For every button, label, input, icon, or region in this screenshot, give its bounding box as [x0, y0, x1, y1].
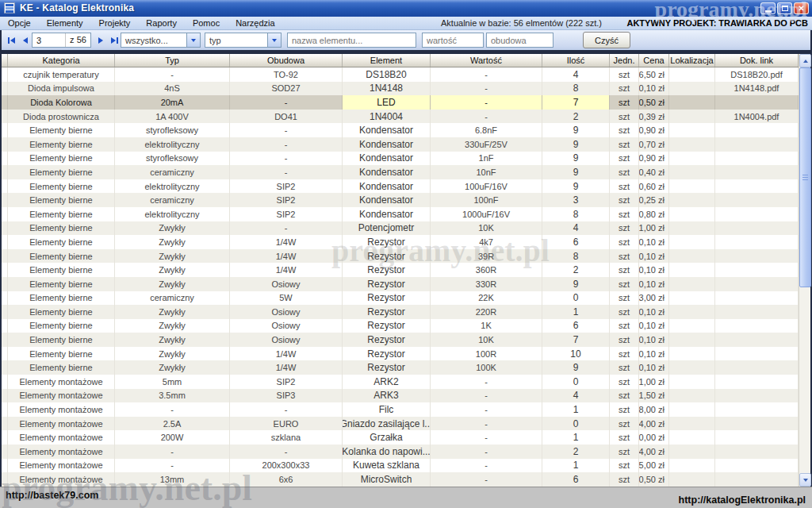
cell-element[interactable]: Rezystor [343, 347, 431, 361]
cell-wartosc[interactable]: - [431, 67, 542, 82]
cell-typ[interactable]: styrofleksowy [115, 152, 230, 166]
cell-ilosc[interactable]: 0 [542, 375, 610, 389]
cell-element[interactable]: Rezystor [343, 305, 431, 319]
table-row[interactable]: Elementy bierneelektrolityczny-Kondensat… [2, 137, 799, 152]
cell-dok[interactable] [715, 152, 799, 166]
cell-element[interactable]: Rezystor [343, 333, 431, 347]
cell-wartosc[interactable]: 10nF [431, 165, 542, 179]
cell-ilosc[interactable]: 7 [542, 333, 610, 347]
cell-jedn[interactable]: szt [610, 110, 639, 124]
cell-typ[interactable]: Zwykły [115, 347, 230, 361]
cell-lokalizacja[interactable] [669, 333, 715, 347]
cell-typ[interactable]: Zwykły [115, 221, 230, 236]
cell-ilosc[interactable]: 8 [542, 249, 610, 264]
cell-lokalizacja[interactable] [669, 95, 715, 110]
cell-jedn[interactable]: szt [610, 417, 639, 431]
cell-lokalizacja[interactable] [669, 137, 715, 152]
cell-wartosc[interactable]: 6.8nF [431, 123, 542, 137]
cell-dok[interactable] [715, 360, 799, 375]
cell-obudowa[interactable]: szklana [230, 430, 343, 444]
cell-typ[interactable]: ceramiczny [115, 291, 230, 306]
cell-ilosc[interactable]: 1 [542, 459, 610, 473]
table-row[interactable]: Elementy bierneZwykły1/4WRezystor100R10s… [2, 347, 799, 361]
cell-kategoria[interactable]: Elementy bierne [8, 221, 115, 236]
cell-cena[interactable]: 0,39 zł [639, 110, 669, 124]
table-row[interactable]: Elementy bierneZwykły1/4WRezystor100K9sz… [2, 360, 799, 375]
cell-lokalizacja[interactable] [669, 221, 715, 236]
cell-ilosc[interactable]: 6 [542, 472, 610, 487]
cell-obudowa[interactable]: SIP2 [230, 193, 343, 207]
table-row[interactable]: Elementy bierneceramiczny5WRezystor22K0s… [2, 291, 799, 306]
table-row[interactable]: Elementy montażowe--Kolanka do napowi...… [2, 444, 799, 459]
cell-cena[interactable]: 0,10 zł [639, 347, 669, 361]
cell-element[interactable]: Rezystor [343, 249, 431, 264]
cell-element[interactable]: Kondensator [343, 165, 431, 179]
cell-lokalizacja[interactable] [669, 179, 715, 194]
cell-ilosc[interactable]: 1 [542, 402, 610, 417]
cell-element[interactable]: Kondensator [343, 207, 431, 221]
cell-obudowa[interactable]: Osiowy [230, 305, 343, 319]
column-header-ilosc[interactable]: Ilość [542, 54, 610, 67]
cell-cena[interactable]: 0,10 zł [639, 263, 669, 277]
cell-element[interactable]: Rezystor [343, 360, 431, 375]
table-row[interactable]: Elementy bierneelektrolitycznySIP2Konden… [2, 179, 799, 194]
table-row[interactable]: Elementy biernestyrofleksowy-Kondensator… [2, 152, 799, 166]
column-header-lokalizacja[interactable]: Lokalizacja [669, 54, 715, 67]
cell-kategoria[interactable]: czujnik temperatury [8, 67, 115, 82]
cell-element[interactable]: Kondensator [343, 152, 431, 166]
cell-lokalizacja[interactable] [669, 305, 715, 319]
cell-obudowa[interactable]: - [230, 152, 343, 166]
column-header-cena[interactable]: Cena [639, 54, 669, 67]
cell-obudowa[interactable]: EURO [230, 417, 343, 431]
table-row[interactable]: czujnik temperatury-TO-92DS18B20-4szt6,5… [2, 67, 799, 82]
cell-ilosc[interactable]: 4 [542, 67, 610, 82]
cell-jedn[interactable]: szt [610, 360, 639, 375]
cell-lokalizacja[interactable] [669, 82, 715, 96]
cell-jedn[interactable]: szt [610, 347, 639, 361]
cell-obudowa[interactable]: 1/4W [230, 347, 343, 361]
cell-wartosc[interactable]: 4k7 [431, 235, 542, 249]
cell-element[interactable]: Kondensator [343, 179, 431, 194]
cell-wartosc[interactable]: 10K [431, 221, 542, 236]
cell-kategoria[interactable]: Elementy montażowe [8, 444, 115, 459]
cell-jedn[interactable]: szt [610, 152, 639, 166]
value-search-input[interactable] [422, 33, 484, 48]
cell-element[interactable]: MicroSwitch [343, 472, 431, 487]
cell-element[interactable]: 1N4148 [343, 82, 431, 96]
cell-dok[interactable]: 1N4004.pdf [715, 110, 799, 124]
cell-jedn[interactable]: szt [610, 249, 639, 264]
restore-button[interactable] [777, 2, 792, 14]
cell-element[interactable]: Kondensator [343, 137, 431, 152]
cell-kategoria[interactable]: Elementy montażowe [8, 375, 115, 389]
cell-ilosc[interactable]: 6 [542, 319, 610, 333]
cell-wartosc[interactable]: 10K [431, 333, 542, 347]
cell-dok[interactable] [715, 375, 799, 389]
cell-lokalizacja[interactable] [669, 67, 715, 82]
cell-cena[interactable]: 4,00 zł [639, 417, 669, 431]
table-row[interactable]: Dioda Kolorowa20mA-LED-7szt0,50 zł [2, 95, 799, 110]
cell-dok[interactable]: 1N4148.pdf [715, 82, 799, 96]
cell-jedn[interactable]: szt [610, 389, 639, 403]
cell-cena[interactable]: 0,10 zł [639, 305, 669, 319]
cell-jedn[interactable]: szt [610, 430, 639, 444]
cell-jedn[interactable]: szt [610, 123, 639, 137]
record-number-input[interactable]: 3 [33, 36, 65, 45]
cell-wartosc[interactable]: 100nF [431, 193, 542, 207]
cell-obudowa[interactable]: - [230, 402, 343, 417]
cell-kategoria[interactable]: Elementy montażowe [8, 430, 115, 444]
cell-obudowa[interactable]: 6x6 [230, 472, 343, 487]
cell-typ[interactable]: 200W [115, 430, 230, 444]
cell-element[interactable]: Kuweta szklana [343, 459, 431, 473]
cell-dok[interactable] [715, 95, 799, 110]
minimize-button[interactable] [760, 2, 776, 14]
cell-element[interactable]: Filc [343, 402, 431, 417]
cell-typ[interactable]: Zwykły [115, 277, 230, 291]
table-row[interactable]: Elementy bierneZwykły1/4WRezystor39R8szt… [2, 249, 799, 264]
cell-jedn[interactable]: szt [610, 95, 639, 110]
cell-typ[interactable]: elektrolityczny [115, 207, 230, 221]
cell-kategoria[interactable]: Dioda prostownicza [8, 110, 115, 124]
cell-jedn[interactable]: szt [610, 444, 639, 459]
case-search-input[interactable] [486, 33, 553, 48]
cell-ilosc[interactable]: 1 [542, 305, 610, 319]
cell-lokalizacja[interactable] [669, 347, 715, 361]
